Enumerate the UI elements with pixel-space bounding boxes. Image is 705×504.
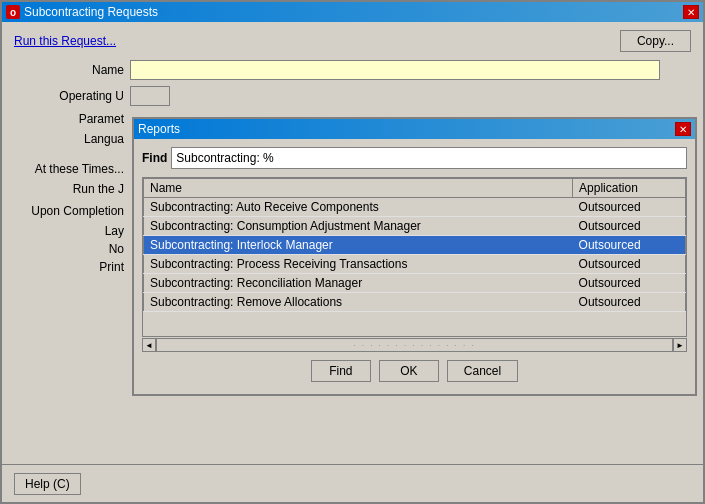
report-name-cell: Subcontracting: Auto Receive Components [144,198,573,217]
title-left: o Subcontracting Requests [6,5,158,19]
scroll-right-button[interactable]: ► [673,338,687,352]
bottom-bar: Help (C) [2,464,703,502]
name-label: Name [14,63,124,77]
layout-label: Lay [14,224,124,238]
operating-unit-indicator [130,86,170,106]
scrollbar-row: ◄ · · · · · · · · · · · · · · · ► [142,338,687,352]
report-name-cell: Subcontracting: Remove Allocations [144,293,573,312]
help-button[interactable]: Help (C) [14,473,81,495]
report-application-cell: Outsourced [573,274,686,293]
table-row[interactable]: Subcontracting: Process Receiving Transa… [144,255,686,274]
reports-table-container: Name Application Subcontracting: Auto Re… [142,177,687,337]
table-row[interactable]: Subcontracting: Reconciliation ManagerOu… [144,274,686,293]
application-column-header: Application [573,179,686,198]
reports-modal-close-button[interactable]: ✕ [675,122,691,136]
main-window: o Subcontracting Requests ✕ Run this Req… [0,0,705,504]
run-job-label: Run the J [14,182,124,196]
report-name-cell: Subcontracting: Process Receiving Transa… [144,255,573,274]
find-button[interactable]: Find [311,360,371,382]
scroll-track: · · · · · · · · · · · · · · · [156,338,673,352]
reports-content: Find Name Application Subcontracting: Au… [134,139,695,394]
report-application-cell: Outsourced [573,198,686,217]
app-icon: o [6,5,20,19]
notify-label: No [14,242,124,256]
find-label: Find [142,151,167,165]
scroll-left-button[interactable]: ◄ [142,338,156,352]
operating-unit-row: Operating U [14,86,691,106]
parameters-label: Paramet [14,112,124,126]
table-row[interactable]: Subcontracting: Remove AllocationsOutsou… [144,293,686,312]
run-request-link[interactable]: Run this Request... [14,34,691,48]
copy-button[interactable]: Copy... [620,30,691,52]
report-application-cell: Outsourced [573,236,686,255]
upon-completion-label: Upon Completion [14,204,124,218]
report-name-cell: Subcontracting: Reconciliation Manager [144,274,573,293]
table-row[interactable]: Subcontracting: Auto Receive ComponentsO… [144,198,686,217]
name-column-header: Name [144,179,573,198]
report-name-cell: Subcontracting: Interlock Manager [144,236,573,255]
language-label: Langua [14,132,124,146]
reports-title-bar: Reports ✕ [134,119,695,139]
at-times-label: At these Times... [14,162,124,176]
reports-modal-title: Reports [138,122,180,136]
modal-buttons: Find OK Cancel [142,360,687,386]
report-name-cell: Subcontracting: Consumption Adjustment M… [144,217,573,236]
print-label: Print [14,260,124,274]
table-row[interactable]: Subcontracting: Consumption Adjustment M… [144,217,686,236]
report-application-cell: Outsourced [573,255,686,274]
reports-table: Name Application Subcontracting: Auto Re… [143,178,686,312]
reports-modal: Reports ✕ Find Name Application Subco [132,117,697,396]
main-window-title: Subcontracting Requests [24,5,158,19]
cancel-button[interactable]: Cancel [447,360,518,382]
find-row: Find [142,147,687,169]
find-input[interactable] [171,147,687,169]
name-input[interactable] [130,60,660,80]
scroll-dots: · · · · · · · · · · · · · · · [353,341,475,350]
report-application-cell: Outsourced [573,293,686,312]
main-title-bar: o Subcontracting Requests ✕ [2,2,703,22]
main-close-button[interactable]: ✕ [683,5,699,19]
report-application-cell: Outsourced [573,217,686,236]
table-row[interactable]: Subcontracting: Interlock ManagerOutsour… [144,236,686,255]
operating-unit-label: Operating U [14,89,124,103]
ok-button[interactable]: OK [379,360,439,382]
name-row: Name [14,60,691,80]
